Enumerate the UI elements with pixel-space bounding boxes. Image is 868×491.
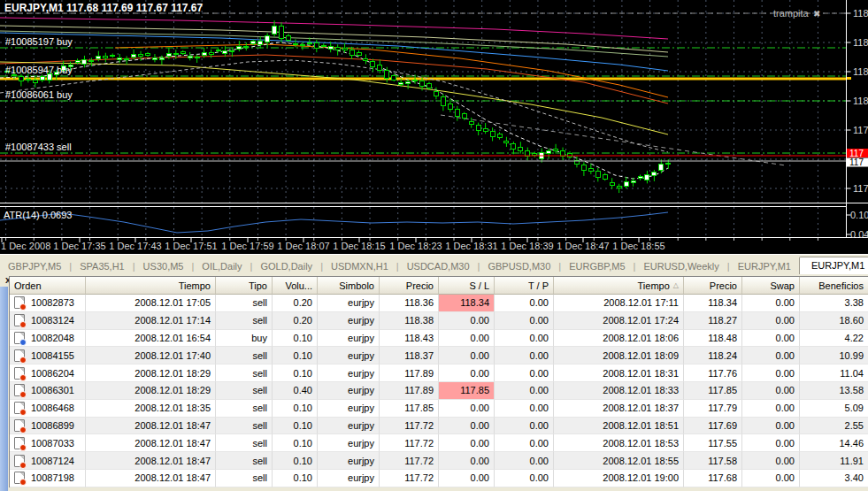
chart-tab-gold-daily[interactable]: GOLD,Daily [252, 258, 320, 275]
cell-profit: 4.22 [800, 330, 868, 348]
trade-marker-label-2: #10086061 buy [5, 89, 73, 100]
order-row-10083124[interactable]: 100831242008.12.01 17:14sell0.20eurjpy11… [10, 312, 868, 330]
cell-sl: 0.00 [439, 347, 495, 364]
time-axis-label: 1 Dec 18:55 [612, 241, 664, 251]
column-header-precio[interactable]: Precio [684, 277, 742, 295]
cell-profit: 14.46 [800, 434, 868, 452]
cell-close_price: 118.48 [684, 330, 742, 348]
cell-order: 10083124 [10, 312, 86, 330]
cell-symbol: eurjpy [318, 452, 380, 470]
ask-price-text: 117 [849, 149, 864, 158]
order-row-10087198[interactable]: 100871982008.12.01 18:47sell0.10eurjpy11… [10, 470, 868, 487]
chart-tab-eurgbp-m5[interactable]: EURGBP,M5 [561, 258, 633, 275]
order-type-dot [19, 426, 27, 433]
order-type-dot [19, 462, 27, 469]
order-row-10086204[interactable]: 100862042008.12.01 18:29sell0.10eurjpy11… [10, 364, 868, 382]
order-row-10087124[interactable]: 100871242008.12.01 18:47sell0.10eurjpy11… [10, 452, 868, 470]
order-row-10086301[interactable]: 100863012008.12.01 18:29sell0.40eurjpy11… [10, 382, 868, 400]
time-axis-label: 1 Dec 17:35 [53, 241, 105, 251]
order-row-10087033[interactable]: 100870332008.12.01 18:47sell0.10eurjpy11… [10, 434, 868, 452]
column-header-swap[interactable]: Swap [742, 277, 800, 295]
order-type-dot [19, 303, 27, 311]
chart-tab-us30-m5[interactable]: US30,M5 [135, 258, 192, 275]
trade-marker-label-1: #10085947 buy [5, 65, 73, 75]
cell-tp: 0.00 [495, 382, 554, 400]
order-row-10082873[interactable]: 100828732008.12.01 17:05sell0.20eurjpy11… [10, 295, 868, 312]
column-header-tiempo[interactable]: Tiempo△ [554, 277, 684, 295]
column-header-tipo[interactable]: Tipo [216, 277, 273, 295]
order-sell-icon [14, 437, 25, 449]
order-type-dot [19, 391, 27, 398]
time-axis-label: 1 Dec 17:59 [221, 241, 273, 251]
column-header-precio[interactable]: Precio [380, 277, 439, 295]
order-type-dot [19, 321, 27, 328]
cell-open_price: 117.72 [380, 452, 439, 470]
order-sell-icon [14, 349, 25, 362]
orders-table: OrdenTiempoTipoVolu...SimboloPrecioS / L… [9, 276, 868, 487]
order-row-10086468[interactable]: 100864682008.12.01 18:35sell0.10eurjpy11… [10, 400, 868, 418]
cell-sl: 0.00 [439, 364, 495, 382]
cell-close_price: 117.76 [684, 364, 742, 382]
cell-type: sell [216, 382, 273, 400]
cell-sl: 0.00 [439, 330, 495, 348]
cell-open_time: 2008.12.01 17:14 [86, 312, 216, 330]
order-type-dot [19, 409, 27, 416]
order-sell-icon [14, 384, 25, 396]
column-header-simbolo[interactable]: Simbolo [318, 277, 380, 295]
order-number: 10083124 [31, 315, 74, 326]
cell-swap: 0.00 [742, 400, 800, 418]
order-buy-icon [14, 332, 25, 344]
order-row-10084155[interactable]: 100841552008.12.01 17:40sell0.10eurjpy11… [10, 347, 868, 364]
chart-tab-gbpusd-m30[interactable]: GBPUSD,M30 [480, 258, 558, 275]
order-type-dot [19, 479, 27, 486]
gold-level-axis-tick [847, 77, 851, 80]
column-header-label: Swap [770, 280, 795, 291]
column-header-sl[interactable]: S / L [439, 277, 495, 295]
cell-profit: 3.40 [800, 470, 868, 487]
chart-tab-oil-daily[interactable]: OIL,Daily [194, 258, 250, 275]
time-axis-label: 1 Dec 17:51 [165, 241, 217, 251]
column-header-beneficios[interactable]: Beneficios [800, 277, 868, 295]
cell-close_price: 117.85 [684, 382, 742, 400]
cell-open_price: 117.89 [380, 364, 439, 382]
chart-tab-gbpjpy-m5[interactable]: GBPJPY,M5 [0, 258, 69, 275]
cell-swap: 0.00 [742, 347, 800, 364]
cell-symbol: eurjpy [318, 434, 380, 452]
chart-tab-usdmxn-h1[interactable]: USDMXN,H1 [323, 258, 396, 275]
cell-tp: 0.00 [495, 312, 554, 330]
cell-swap: 0.00 [742, 452, 800, 470]
chart-tab-usdcad-m30[interactable]: USDCAD,M30 [399, 258, 478, 275]
cell-close_time: 2008.12.01 18:09 [554, 347, 684, 364]
order-sell-icon [14, 472, 25, 484]
chart-tab-eurusd-weekly[interactable]: EURUSD,Weekly [635, 258, 726, 275]
column-header-tp[interactable]: T / P [495, 277, 554, 295]
order-sell-icon [14, 419, 25, 432]
cell-order: 10084155 [10, 347, 86, 364]
cell-swap: 0.00 [742, 382, 800, 400]
terminal-panel: x OrdenTiempoTipoVolu...SimboloPrecioS /… [0, 274, 868, 491]
cell-profit: 13.58 [800, 382, 868, 400]
chart-tab-bar: GBPJPY,M5|SPA35,H1|US30,M5|OIL,Daily|GOL… [0, 254, 868, 275]
cell-tp: 0.00 [495, 470, 554, 487]
column-header-tiempo[interactable]: Tiempo [86, 277, 216, 295]
chart-tab-eurjpy-m1[interactable]: EURJPY,M1 [730, 258, 799, 275]
cell-close_price: 118.24 [684, 347, 742, 364]
order-row-10086899[interactable]: 100868992008.12.01 18:47sell0.10eurjpy11… [10, 418, 868, 435]
chart-tab-eurjpy-m1-active[interactable]: EURJPY,M1 [799, 257, 868, 275]
cell-close_price: 117.68 [684, 470, 742, 487]
column-header-label: Tiempo [638, 280, 670, 291]
cell-type: sell [216, 312, 273, 330]
cell-profit: 18.60 [800, 312, 868, 330]
price-chart[interactable]: EURJPY,M1 117.68 117.69 117.67 117.67#10… [0, 0, 868, 254]
cell-profit: 11.91 [800, 452, 868, 470]
column-header-orden[interactable]: Orden [10, 277, 86, 295]
cell-volume: 0.10 [273, 434, 318, 452]
time-axis-label: 1 Dec 18:15 [333, 241, 385, 251]
column-header-volu[interactable]: Volu... [273, 277, 318, 295]
chart-panel[interactable]: EURJPY,M1 117.68 117.69 117.67 117.67#10… [0, 0, 868, 254]
chart-tab-spa35-h1[interactable]: SPA35,H1 [72, 258, 133, 275]
cell-swap: 0.00 [742, 330, 800, 348]
cell-symbol: eurjpy [318, 330, 380, 348]
order-row-10082048[interactable]: 100820482008.12.01 16:54buy0.10eurjpy118… [10, 330, 868, 348]
price-axis-label: 117 [853, 125, 868, 135]
